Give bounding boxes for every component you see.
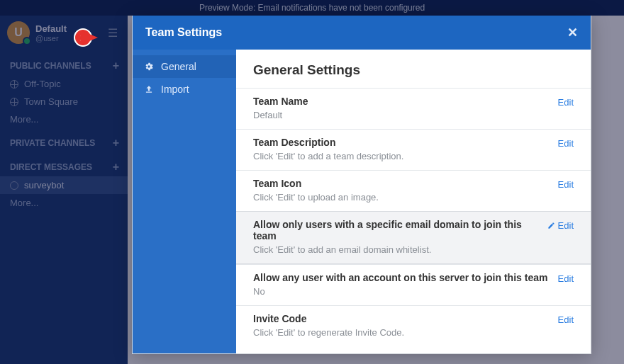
more-label: More... [10, 198, 38, 208]
setting-label: Team Description [253, 137, 558, 148]
setting-label: Team Name [253, 96, 558, 107]
sidebar-more-direct[interactable]: More... [0, 194, 128, 212]
direct-messages-label: DIRECT MESSAGES [10, 162, 92, 172]
direct-messages-header: DIRECT MESSAGES + [0, 152, 128, 176]
setting-label: Invite Code [253, 313, 558, 324]
more-label: More... [10, 114, 38, 125]
modal-content: General Settings Team NameDefault Edit T… [236, 50, 591, 353]
dm-label: surveybot [24, 180, 64, 190]
setting-value: No [253, 286, 558, 297]
callout-number: 1 [80, 32, 86, 43]
modal-title: Team Settings [145, 26, 567, 39]
globe-icon [10, 80, 18, 89]
edit-button[interactable]: Edit [558, 178, 574, 190]
private-channels-label: PRIVATE CHANNELS [10, 138, 95, 148]
edit-button[interactable]: Edit [558, 137, 574, 149]
edit-label: Edit [558, 97, 574, 108]
edit-button[interactable]: Edit [558, 272, 574, 284]
gear-icon [144, 62, 154, 72]
edit-label: Edit [558, 220, 574, 231]
setting-value: Click 'Edit' to add an email domain whit… [253, 244, 547, 255]
setting-label: Allow any user with an account on this s… [253, 272, 558, 283]
settings-heading: General Settings [236, 61, 591, 88]
edit-label: Edit [558, 314, 574, 325]
sidebar-item-offtopic[interactable]: Off-Topic [0, 75, 128, 93]
nav-general-label: General [161, 61, 196, 72]
sidebar-item-surveybot[interactable]: surveybot [0, 176, 128, 194]
pencil-icon [547, 222, 555, 229]
avatar: U [7, 21, 30, 44]
add-direct-message-icon[interactable]: + [113, 161, 119, 174]
team-settings-modal: Team Settings ✕ General Import General S… [132, 16, 591, 354]
nav-import-label: Import [161, 84, 189, 95]
sidebar-more-public[interactable]: More... [0, 110, 128, 128]
modal-header: Team Settings ✕ [133, 16, 591, 50]
private-channels-header: PRIVATE CHANNELS + [0, 128, 128, 152]
nav-import[interactable]: Import [133, 78, 236, 101]
avatar-initial: U [14, 26, 23, 39]
globe-icon [10, 98, 18, 106]
setting-team-description: Team DescriptionClick 'Edit' to add a te… [236, 129, 591, 170]
public-channels-label: PUBLIC CHANNELS [10, 61, 91, 71]
user-row[interactable]: U Default @user ☰ [0, 16, 128, 51]
channel-label: Town Square [24, 96, 78, 107]
add-private-channel-icon[interactable]: + [113, 137, 119, 149]
setting-label: Team Icon [253, 178, 558, 189]
sidebar: U Default @user ☰ PUBLIC CHANNELS + Off-… [0, 16, 128, 364]
setting-value: Default [253, 110, 558, 120]
edit-button[interactable]: Edit [558, 313, 574, 325]
close-icon[interactable]: ✕ [567, 25, 578, 40]
setting-team-name: Team NameDefault Edit [236, 88, 591, 129]
status-dot-icon [23, 37, 31, 45]
edit-label: Edit [558, 138, 574, 149]
edit-label: Edit [558, 273, 574, 284]
setting-invite-code: Invite CodeClick 'Edit' to regenerate In… [236, 305, 591, 346]
setting-value: Click 'Edit' to upload an image. [253, 192, 558, 203]
menu-icon[interactable]: ☰ [108, 26, 121, 40]
setting-team-icon: Team IconClick 'Edit' to upload an image… [236, 170, 591, 211]
edit-button[interactable]: Edit [558, 96, 574, 108]
setting-email-domain: Allow only users with a specific email d… [236, 211, 591, 264]
edit-button[interactable]: Edit [547, 219, 574, 231]
callout-badge: 1 [74, 28, 92, 47]
setting-value: Click 'Edit' to add a team description. [253, 151, 558, 161]
modal-nav: General Import [133, 50, 236, 353]
channel-label: Off-Topic [24, 79, 61, 89]
preview-banner: Preview Mode: Email notifications have n… [0, 0, 624, 16]
public-channels-header: PUBLIC CHANNELS + [0, 51, 128, 75]
upload-icon [144, 84, 154, 94]
setting-label: Allow only users with a specific email d… [253, 219, 547, 241]
nav-general[interactable]: General [133, 55, 236, 78]
setting-any-user-join: Allow any user with an account on this s… [236, 264, 591, 305]
edit-label: Edit [558, 179, 574, 190]
sidebar-item-townsquare[interactable]: Town Square [0, 93, 128, 110]
setting-value: Click 'Edit' to regenerate Invite Code. [253, 327, 558, 338]
add-public-channel-icon[interactable]: + [113, 59, 119, 72]
callout-pointer: 1 [74, 28, 92, 47]
